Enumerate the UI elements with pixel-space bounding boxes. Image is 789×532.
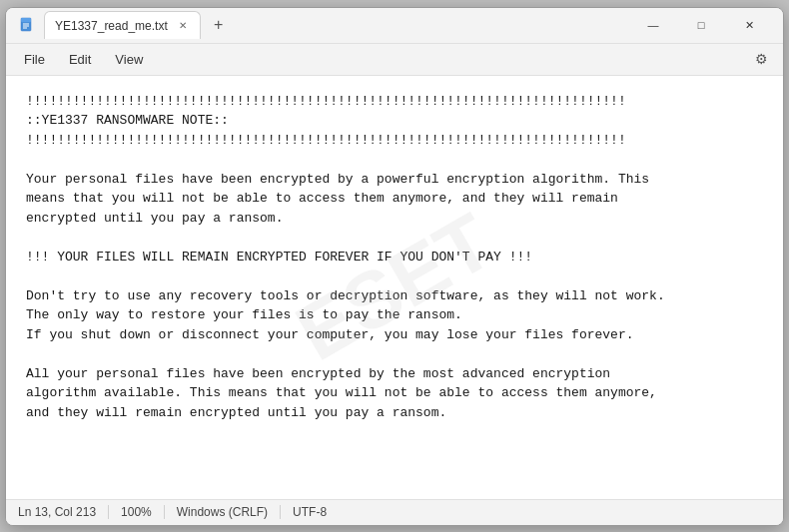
encoding: UTF-8 <box>281 505 339 519</box>
app-icon <box>18 16 36 34</box>
menu-bar: File Edit View ⚙ <box>6 44 783 76</box>
line-ending: Windows (CRLF) <box>165 505 281 519</box>
menu-file[interactable]: File <box>14 48 55 71</box>
tab-bar: YE1337_read_me.txt ✕ + <box>18 11 631 39</box>
settings-icon[interactable]: ⚙ <box>747 45 775 73</box>
cursor-position: Ln 13, Col 213 <box>18 505 109 519</box>
close-button[interactable]: ✕ <box>727 9 771 41</box>
active-tab[interactable]: YE1337_read_me.txt ✕ <box>44 11 201 39</box>
new-tab-button[interactable]: + <box>205 11 233 39</box>
maximize-button[interactable]: □ <box>679 9 723 41</box>
text-editor[interactable]: !!!!!!!!!!!!!!!!!!!!!!!!!!!!!!!!!!!!!!!!… <box>6 76 783 499</box>
menu-view[interactable]: View <box>105 48 153 71</box>
status-bar: Ln 13, Col 213 100% Windows (CRLF) UTF-8 <box>6 499 783 525</box>
menu-items: File Edit View <box>14 48 153 71</box>
minimize-button[interactable]: — <box>631 9 675 41</box>
svg-rect-1 <box>21 18 31 22</box>
tab-title: YE1337_read_me.txt <box>55 19 168 33</box>
title-bar: YE1337_read_me.txt ✕ + — □ ✕ <box>6 8 783 44</box>
tab-close-button[interactable]: ✕ <box>176 19 190 33</box>
window-controls: — □ ✕ <box>631 9 771 41</box>
menu-edit[interactable]: Edit <box>59 48 101 71</box>
notepad-window: YE1337_read_me.txt ✕ + — □ ✕ File Edit V… <box>5 7 784 526</box>
content-area: ESET !!!!!!!!!!!!!!!!!!!!!!!!!!!!!!!!!!!… <box>6 76 783 499</box>
zoom-level: 100% <box>109 505 165 519</box>
